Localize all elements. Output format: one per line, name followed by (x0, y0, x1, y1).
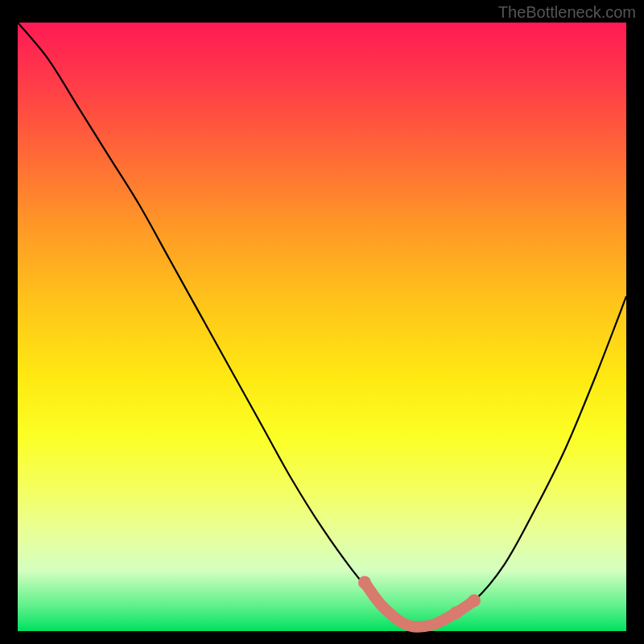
optimal-marker-dot (358, 576, 371, 589)
bottleneck-chart (18, 23, 626, 631)
watermark-text: TheBottleneck.com (498, 3, 636, 22)
chart-container (18, 23, 626, 631)
optimal-marker-dot (449, 606, 462, 619)
optimal-marker-dot (468, 594, 481, 607)
optimal-range-highlight (365, 583, 474, 627)
bottleneck-curve-line (18, 23, 626, 625)
